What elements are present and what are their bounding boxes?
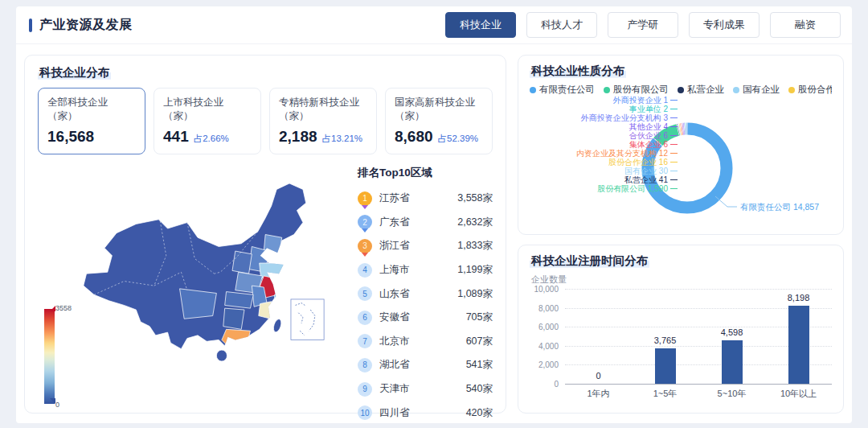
legend-item-5[interactable]: 股份合作企业 (788, 84, 832, 96)
header-tabs: 科技企业科技人才产学研专利成果融资 (445, 12, 841, 38)
bar-5~10年[interactable] (722, 340, 743, 384)
rank-badge: 9 (358, 382, 372, 397)
rank-badge: 2 (358, 215, 372, 229)
stat-percentage: 占2.66% (194, 133, 229, 145)
x-tick-5~10年: 5~10年 (698, 388, 765, 400)
legend-items: 有限责任公司股份有限公司私营企业国有企业股份合作企业内 (530, 84, 832, 96)
legend-item-3[interactable]: 私营企业 (678, 84, 724, 96)
map-inset-south-china-sea (291, 299, 324, 340)
bar-slot-1年内: 0 (565, 289, 632, 384)
bar-plot-area[interactable]: 03,7654,5988,198 (565, 289, 832, 384)
bar-1~5年[interactable] (655, 348, 676, 384)
stat-card-1[interactable]: 全部科技企业（家）16,568 (38, 88, 145, 154)
x-axis-ticks: 1年内1~5年5~10年10年以上 (565, 388, 832, 400)
rank-count: 1,089家 (457, 287, 493, 301)
x-tick-1年内: 1年内 (565, 388, 632, 400)
ranking-row-2: 2广东省2,632家 (358, 211, 493, 235)
stat-card-3[interactable]: 专精特新科技企业（家）2,188占13.21% (269, 88, 377, 154)
ranking-row-5: 5山东省1,089家 (358, 282, 493, 306)
rank-count: 1,833家 (457, 239, 493, 253)
rank-badge: 10 (358, 405, 372, 420)
ranking-row-9: 9天津市540家 (358, 377, 493, 401)
china-map-container: 3558 0 (38, 159, 358, 403)
top10-ranking: 排名Top10区域 1江苏省3,558家2广东省2,632家3浙江省1,833家… (358, 159, 493, 403)
distribution-body: 3558 0 排名Top10区域 1江苏省3,558家2广东省2,632家3浙江… (38, 159, 493, 403)
x-tick-1~5年: 1~5年 (632, 388, 698, 400)
rank-region-name: 北京市 (379, 335, 410, 348)
map-taiwan[interactable] (272, 318, 283, 333)
china-map[interactable] (38, 159, 358, 403)
legend-dot (678, 87, 684, 93)
rank-region-name: 山东省 (379, 287, 410, 301)
content: 科技企业分布 全部科技企业（家）16,568上市科技企业（家）441占2.66%… (16, 44, 852, 423)
tab-3[interactable]: 产学研 (608, 12, 678, 38)
y-tick-4,000: 4,000 (538, 341, 559, 350)
tab-5[interactable]: 融资 (770, 12, 841, 38)
donut-label-stack: 外商投资企业 1事业单位 2外商投资企业分支机构 3其他企业 4合伙企业 6集体… (530, 96, 678, 193)
tab-2[interactable]: 科技人才 (526, 12, 597, 38)
stat-label: 上市科技企业（家） (163, 96, 252, 123)
bar-value-label: 8,198 (788, 293, 810, 302)
legend-label: 股份合作企业 (798, 84, 832, 96)
scale-min-label: 0 (55, 401, 59, 409)
ranking-row-8: 8湖北省541家 (358, 353, 493, 377)
y-tick-2,000: 2,000 (538, 360, 559, 369)
rank-badge: 7 (358, 334, 372, 348)
stat-card-4[interactable]: 国家高新科技企业（家）8,680占52.39% (385, 88, 493, 154)
bar-10年以上[interactable] (788, 306, 809, 384)
rank-region-name: 天津市 (379, 382, 410, 396)
rank-badge: 1 (358, 191, 372, 206)
title-accent-bar (29, 19, 32, 32)
donut-chart-area: 外商投资企业 1事业单位 2外商投资企业分支机构 3其他企业 4合伙企业 6集体… (530, 97, 832, 220)
ranking-row-6: 6安徽省705家 (358, 306, 493, 330)
rank-count: 3,558家 (457, 191, 493, 205)
bar-value-label: 0 (596, 371, 600, 381)
stat-card-2[interactable]: 上市科技企业（家）441占2.66% (154, 88, 261, 154)
y-tick-0: 0 (554, 380, 559, 389)
map-hainan[interactable] (216, 350, 227, 361)
donut-legend: 有限责任公司股份有限公司私营企业国有企业股份合作企业内 ◀ 1/3 ▶ (530, 84, 832, 96)
rank-count: 541家 (466, 358, 493, 372)
distribution-title: 科技企业分布 (38, 65, 111, 80)
panel-registration-time-distribution: 科技企业注册时间分布 企业数量 02,0004,0006,0008,00010,… (518, 245, 844, 414)
legend-dot (604, 87, 610, 93)
ranking-row-3: 3浙江省1,833家 (358, 234, 493, 258)
stat-label: 全部科技企业（家） (47, 96, 136, 123)
scale-max-marker (50, 306, 55, 311)
bar-chart: 企业数量 02,0004,0006,0008,00010,000 03,7654… (530, 274, 832, 400)
stat-value: 8,680 (395, 128, 433, 146)
header: 产业资源及发展 科技企业科技人才产学研专利成果融资 (16, 6, 852, 44)
donut-callout-股份有限公司: 股份有限公司 1,590 (530, 184, 678, 193)
page-title: 产业资源及发展 (39, 17, 133, 34)
ranking-row-10: 10四川省420家 (358, 401, 493, 425)
rank-count: 420家 (466, 406, 493, 420)
ranking-title: 排名Top10区域 (358, 166, 493, 180)
rank-badge: 3 (358, 239, 372, 253)
y-axis-name: 企业数量 (531, 274, 832, 286)
x-axis-line (565, 384, 832, 385)
ranking-list: 1江苏省3,558家2广东省2,632家3浙江省1,833家4上海市1,199家… (358, 187, 493, 425)
legend-item-1[interactable]: 有限责任公司 (530, 84, 595, 96)
rank-badge: 5 (358, 286, 372, 301)
tab-1[interactable]: 科技企业 (445, 12, 516, 38)
y-axis-ticks: 02,0004,0006,0008,00010,000 (530, 289, 565, 384)
rank-count: 540家 (466, 382, 493, 396)
legend-label: 国有企业 (743, 84, 780, 96)
stat-percentage: 占13.21% (322, 133, 363, 145)
panel-enterprise-nature-distribution: 科技企业性质分布 有限责任公司股份有限公司私营企业国有企业股份合作企业内 ◀ 1… (518, 55, 844, 235)
stat-label: 国家高新科技企业（家） (395, 96, 483, 123)
legend-item-4[interactable]: 国有企业 (733, 84, 780, 96)
stat-value: 16,568 (47, 128, 94, 146)
y-tick-8,000: 8,000 (538, 303, 559, 312)
legend-dot (788, 87, 795, 93)
rank-count: 2,632家 (457, 216, 493, 229)
bar-value-label: 4,598 (721, 327, 743, 337)
stat-value: 2,188 (279, 128, 317, 146)
rank-region-name: 江苏省 (379, 191, 410, 205)
panel-tech-enterprise-distribution: 科技企业分布 全部科技企业（家）16,568上市科技企业（家）441占2.66%… (24, 55, 506, 414)
tab-4[interactable]: 专利成果 (689, 12, 760, 38)
rank-badge: 4 (358, 263, 372, 278)
ranking-row-7: 7北京市607家 (358, 330, 493, 354)
y-tick-10,000: 10,000 (534, 285, 559, 294)
nature-title: 科技企业性质分布 (530, 64, 626, 79)
